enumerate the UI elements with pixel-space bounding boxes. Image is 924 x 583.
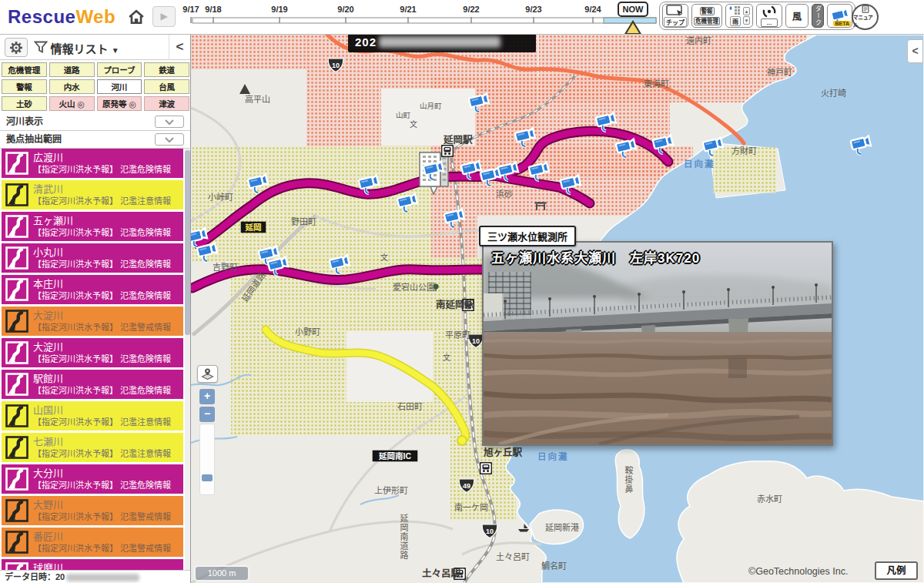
alarm-layers-button[interactable]: 警報 危機管理 (691, 4, 722, 28)
map-label: 延岡南道路 (399, 514, 409, 560)
category-normal[interactable]: 台風 (144, 79, 189, 94)
river-icon (5, 373, 28, 396)
flood-water (484, 332, 832, 444)
timeline-slider[interactable]: 9/179/189/199/209/219/229/239/24 (179, 0, 678, 35)
river-icon (5, 215, 28, 238)
svg-text:10: 10 (486, 528, 494, 535)
river-icon (5, 436, 28, 459)
river-alert-item[interactable]: 山国川 【指定河川洪水予報】 氾濫注意情報 (2, 401, 183, 431)
river-alert-item[interactable]: 清武川 【指定河川洪水予報】 氾濫注意情報 (2, 180, 183, 209)
map-label: 小野町 (295, 327, 320, 337)
zoom-slider-thumb[interactable] (202, 474, 213, 481)
sidebar-scrollbar-thumb[interactable] (185, 150, 190, 335)
rain-layer-button[interactable]: 雨 ▲▼ (725, 4, 753, 28)
rain-level-stepper[interactable]: ▲▼ (743, 7, 750, 25)
alert-status: 【指定河川洪水予報】 氾濫注意情報 (33, 417, 171, 427)
screen-cursor-icon (666, 5, 685, 17)
category-normal[interactable]: 鉄道 (144, 62, 189, 77)
extraction-label: 拠点抽出範囲 (6, 134, 62, 145)
river-alert-item[interactable]: 本庄川 【指定河川洪水予報】 氾濫危険情報 (2, 275, 183, 304)
top-bar: RescueWeb ▶ 9/179/189/199/209/219/229/23… (0, 0, 924, 35)
category-pink[interactable]: 原発等 ◎ (97, 96, 142, 111)
rescueweb-app: RescueWeb ▶ 9/179/189/199/209/219/229/23… (0, 0, 924, 583)
river-alert-item[interactable]: 広渡川 【指定河川洪水予報】 氾濫危険情報 (2, 149, 183, 178)
popup-station-name[interactable]: 三ツ瀬水位観測所 (479, 226, 576, 246)
category-normal[interactable]: 道路 (49, 62, 95, 77)
map-canvas[interactable]: 10104910 延岡延岡南IC 高平山小峠町吉野町野田町山月町山町文文文延岡駅… (191, 35, 924, 583)
info-sidebar: 情報リスト ▼ < 危機管理道路プローブ鉄道警報内水河川台風土砂火山 ◎原発等 … (0, 35, 191, 583)
alarm-label: 警報 (700, 7, 715, 15)
map-label: 神戸町 (767, 67, 792, 77)
train-station-icon (442, 146, 454, 157)
river-alert-item[interactable]: 大淀川 【指定河川洪水予報】 氾濫危険情報 (2, 338, 183, 367)
dark-mode-button[interactable]: ダーク (812, 4, 824, 28)
webcam-caption: 五ヶ瀬川水系大瀬川 左岸3K720 (491, 247, 700, 266)
category-selected[interactable]: 河川 (97, 79, 142, 94)
alert-status: 【指定河川洪水予報】 氾濫注意情報 (33, 196, 171, 206)
beta-badge: BETA (833, 21, 851, 26)
category-normal[interactable]: プローブ (97, 62, 142, 77)
river-display-dropdown[interactable] (155, 116, 184, 128)
timeline-date: 9/24 (584, 5, 601, 14)
category-pink[interactable]: 火山 ◎ (49, 96, 95, 111)
map-label: 野田町 (291, 217, 316, 226)
river-icon (5, 404, 28, 427)
map-label: 山町 (396, 111, 411, 119)
river-alert-item[interactable]: 番匠川 【指定河川洪水予報】 氾濫警戒情報 (2, 528, 183, 557)
category-normal[interactable]: 内水 (49, 79, 95, 94)
play-button[interactable]: ▶ (152, 6, 176, 27)
sidebar-title[interactable]: 情報リスト ▼ (0, 40, 169, 56)
alert-river-name: 小丸川 (33, 246, 171, 259)
alert-status: 【指定河川洪水予報】 氾濫危険情報 (33, 290, 171, 301)
chip-tool-button[interactable]: チップ (662, 4, 688, 28)
alert-status: 【指定河川洪水予報】 氾濫危険情報 (33, 353, 171, 364)
manual-button[interactable]: マニュアル (852, 4, 879, 30)
map-label: 上伊形町 (374, 486, 408, 495)
map-plain-area (346, 331, 433, 402)
timeline-date: 9/19 (271, 5, 287, 14)
category-normal[interactable]: 警報 (2, 79, 47, 94)
timeline-date: 9/20 (337, 5, 353, 14)
river-alert-item[interactable]: 七瀬川 【指定河川洪水予報】 氾濫注意情報 (2, 433, 183, 462)
category-grid: 危機管理道路プローブ鉄道警報内水河川台風土砂火山 ◎原発等 ◎津波 (2, 62, 189, 111)
zoom-in-button[interactable]: + (199, 389, 215, 404)
category-normal[interactable]: 土砂 (2, 96, 47, 111)
alert-status: 【指定河川洪水予報】 氾濫注意情報 (33, 448, 171, 459)
category-pink[interactable]: 津波 (144, 96, 189, 111)
locate-button[interactable] (197, 365, 218, 383)
category-normal[interactable]: 危機管理 (2, 62, 47, 77)
map-label: 方財町 (732, 146, 757, 156)
zoom-out-button[interactable]: − (199, 407, 215, 422)
river-alert-item[interactable]: 大分川 【指定河川洪水予報】 氾濫危険情報 (2, 464, 183, 494)
svg-text:10: 10 (332, 62, 340, 69)
alert-river-name: 広渡川 (33, 152, 171, 164)
alert-river-name: 番匠川 (33, 531, 171, 543)
timeline-now-marker[interactable] (624, 20, 641, 34)
svg-text:延岡南IC: 延岡南IC (378, 451, 411, 461)
map-label: 石田町 (397, 402, 423, 411)
river-alert-item[interactable]: 大淀川 【指定河川洪水予報】 氾濫警戒情報 (2, 307, 183, 336)
river-alert-item[interactable]: 駅館川 【指定河川洪水予報】 氾濫危険情報 (2, 370, 183, 399)
river-alert-item[interactable]: 五ヶ瀬川 【指定河川洪水予報】 氾濫危険情報 (2, 212, 183, 241)
legend-button[interactable]: 凡例 (875, 561, 918, 580)
alert-river-name: 大分川 (33, 467, 171, 480)
map-place-badge: 延岡 (241, 222, 266, 233)
typhoon-layer-button[interactable]: … (756, 4, 782, 28)
camera-layer-button[interactable]: BETA (827, 4, 852, 28)
sidebar-collapse-button[interactable]: < (169, 35, 190, 60)
map-label: 火打崎 (821, 88, 846, 98)
crisis-label: 危機管理 (694, 17, 720, 25)
river-alert-item[interactable]: 大野川 【指定河川洪水予報】 氾濫警戒情報 (2, 496, 183, 525)
redacted-datetime (66, 574, 139, 581)
map-label: 文 (380, 253, 388, 262)
river-alert-item[interactable]: 小丸川 【指定河川洪水予報】 氾濫危険情報 (2, 243, 183, 273)
right-panel-collapse-button[interactable]: < (907, 39, 923, 63)
zoom-slider[interactable] (199, 424, 215, 495)
alert-river-name: 駅館川 (33, 373, 171, 385)
map-label: 高平山 (245, 94, 270, 104)
map-label: 赤水町 (757, 494, 782, 504)
rain-label: 雨 (730, 16, 741, 26)
home-icon[interactable] (128, 8, 145, 25)
wind-layer-button[interactable]: 風 (785, 4, 808, 28)
extraction-dropdown[interactable] (155, 133, 184, 146)
